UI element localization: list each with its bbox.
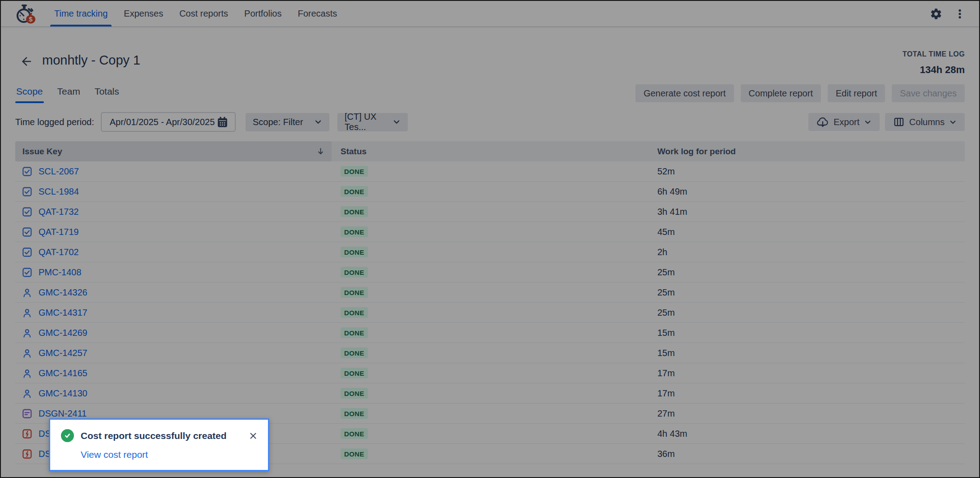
view-cost-report-link[interactable]: View cost report: [81, 449, 148, 460]
app-window: $ Time tracking Expenses Cost reports Po…: [0, 0, 980, 478]
success-check-icon: [61, 429, 74, 442]
dim-overlay: [1, 1, 979, 477]
toast-message: Cost report successfully created: [81, 430, 227, 441]
close-icon[interactable]: [248, 431, 258, 441]
success-toast: Cost report successfully created View co…: [49, 418, 269, 471]
